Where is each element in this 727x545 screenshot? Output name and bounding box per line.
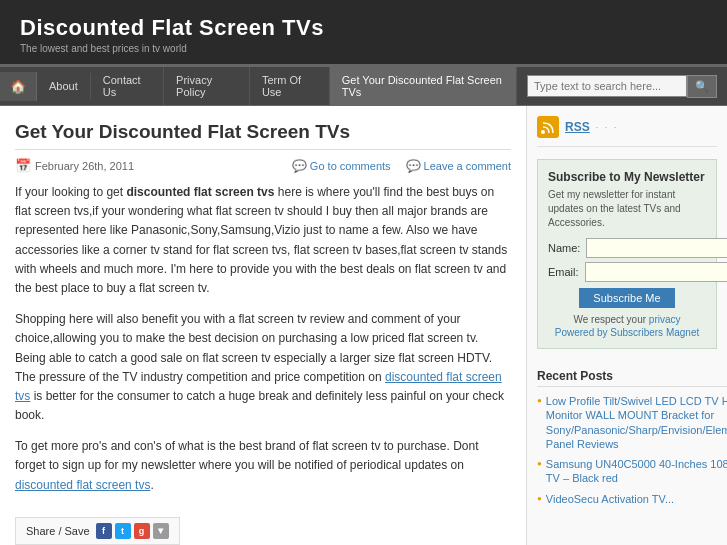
search-button[interactable]: 🔍	[687, 75, 717, 98]
newsletter-box: Subscribe to My Newsletter Get my newsle…	[537, 159, 717, 349]
discounted-tvs-link-2[interactable]: discounted flat screen tvs	[15, 478, 150, 492]
sidebar: RSS · · · Subscribe to My Newsletter Get…	[527, 106, 727, 545]
sidebar-columns: Recent Posts Low Profile Tilt/Swivel LED…	[537, 361, 717, 545]
recent-post-link-3[interactable]: VideoSecu Activation TV...	[546, 492, 674, 506]
privacy-link[interactable]: privacy	[649, 314, 681, 325]
bold-text-1: discounted flat screen tvs	[126, 185, 274, 199]
newsletter-title: Subscribe to My Newsletter	[548, 170, 706, 184]
nav-item-terms[interactable]: Term Of Use	[250, 67, 330, 105]
recent-posts-col: Recent Posts Low Profile Tilt/Swivel LED…	[537, 361, 727, 545]
discounted-tvs-link[interactable]: discounted flat screen tvs	[15, 370, 502, 403]
rss-icon	[537, 116, 559, 138]
post-date: 📅 February 26th, 2011	[15, 158, 134, 173]
facebook-share-icon[interactable]: f	[96, 523, 112, 539]
rss-dots: · · ·	[596, 122, 619, 132]
share-label: Share / Save	[26, 525, 90, 537]
site-tagline: The lowest and best prices in tv world	[20, 43, 707, 54]
twitter-share-icon[interactable]: t	[115, 523, 131, 539]
list-item: Low Profile Tilt/Swivel LED LCD TV HDTV …	[537, 392, 727, 453]
newsletter-email-label: Email:	[548, 266, 579, 278]
share-icons: f t g ▾	[96, 523, 169, 539]
powered-by[interactable]: Powered by Subscribers Magnet	[548, 327, 706, 338]
navbar: 🏠 About Contact Us Privacy Policy Term O…	[0, 67, 727, 106]
post-paragraph-2: Shopping here will also benefit you with…	[15, 310, 511, 425]
post-meta: 📅 February 26th, 2011 💬 Go to comments 💬…	[15, 158, 511, 173]
page-title: Get Your Discounted Flat Screen TVs	[15, 121, 511, 150]
rss-svg	[541, 120, 555, 134]
go-to-comments-link[interactable]: 💬 Go to comments	[292, 159, 391, 173]
nav-item-about[interactable]: About	[37, 73, 91, 99]
calendar-icon: 📅	[15, 158, 31, 173]
more-share-icon[interactable]: ▾	[153, 523, 169, 539]
post-paragraph-3: To get more pro's and con's of what is t…	[15, 437, 511, 495]
main-content: Get Your Discounted Flat Screen TVs 📅 Fe…	[0, 106, 527, 545]
leave-comment-meta-link[interactable]: 💬 Leave a comment	[406, 159, 511, 173]
rss-link[interactable]: RSS	[565, 120, 590, 134]
list-item: VideoSecu Activation TV...	[537, 490, 727, 508]
recent-post-link-2[interactable]: Samsung UN40C5000 40-Inches 1080p LCD TV…	[546, 457, 727, 486]
newsletter-desc: Get my newsletter for instant updates on…	[548, 188, 706, 230]
site-title: Discounted Flat Screen TVs	[20, 15, 707, 41]
newsletter-email-input[interactable]	[585, 262, 727, 282]
rss-bar: RSS · · ·	[537, 116, 717, 147]
google-share-icon[interactable]: g	[134, 523, 150, 539]
newsletter-email-field: Email:	[548, 262, 706, 282]
recent-posts-list: Low Profile Tilt/Swivel LED LCD TV HDTV …	[537, 392, 727, 508]
newsletter-name-input[interactable]	[586, 238, 727, 258]
list-item: Samsung UN40C5000 40-Inches 1080p LCD TV…	[537, 455, 727, 488]
newsletter-name-field: Name:	[548, 238, 706, 258]
comment-icon-1: 💬	[292, 159, 307, 173]
post-paragraph-1: If your looking to get discounted flat s…	[15, 183, 511, 298]
post-date-text: February 26th, 2011	[35, 160, 134, 172]
comment-icon-2: 💬	[406, 159, 421, 173]
svg-point-0	[541, 130, 545, 134]
site-header: Discounted Flat Screen TVs The lowest an…	[0, 0, 727, 67]
newsletter-name-label: Name:	[548, 242, 580, 254]
nav-item-contact[interactable]: Contact Us	[91, 67, 164, 105]
subscribe-button[interactable]: Subscribe Me	[579, 288, 674, 308]
share-bar: Share / Save f t g ▾	[15, 517, 180, 545]
recent-post-link-1[interactable]: Low Profile Tilt/Swivel LED LCD TV HDTV …	[546, 394, 727, 451]
nav-item-privacy[interactable]: Privacy Policy	[164, 67, 250, 105]
post-meta-right: 💬 Go to comments 💬 Leave a comment	[292, 159, 511, 173]
nav-search-area: 🔍	[517, 70, 727, 103]
search-input[interactable]	[527, 75, 687, 97]
recent-posts-title: Recent Posts	[537, 369, 727, 387]
respect-privacy: We respect your privacy	[548, 314, 706, 325]
nav-item-discounted[interactable]: Get Your Discounted Flat Screen TVs	[330, 67, 517, 105]
nav-home[interactable]: 🏠	[0, 72, 37, 101]
